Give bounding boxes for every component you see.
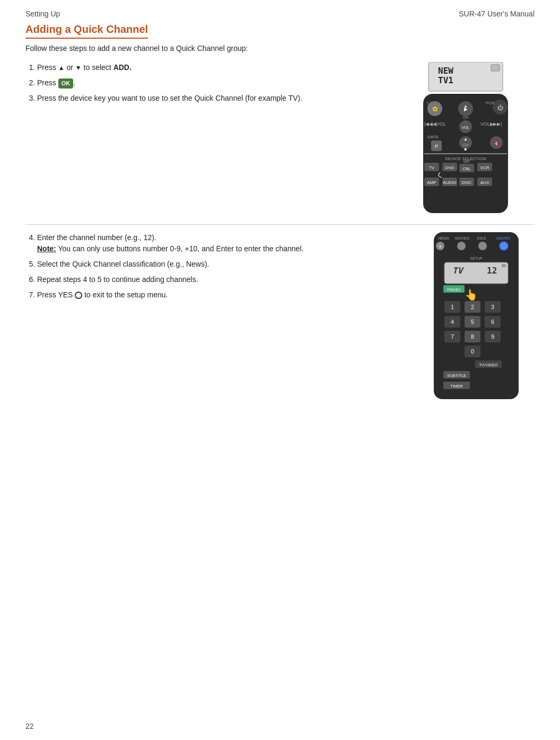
header-right: SUR-47 User's Manual: [459, 10, 535, 18]
svg-text:9: 9: [491, 333, 494, 340]
step-3: Press the device key you want to use to …: [37, 93, 386, 104]
svg-text:TV1: TV1: [438, 75, 453, 85]
svg-text:0: 0: [471, 348, 474, 355]
main-content: Adding a Quick Channel Follow these step…: [0, 23, 560, 402]
svg-text:MACRO: MACRO: [496, 236, 511, 240]
divider: [25, 224, 535, 225]
svg-text:DISC: DISC: [461, 180, 471, 185]
svg-text:3: 3: [491, 304, 494, 310]
svg-text:4: 4: [451, 319, 454, 325]
svg-text:TV: TV: [452, 266, 465, 276]
svg-text:5: 5: [471, 319, 474, 325]
svg-text:✿: ✿: [432, 105, 438, 113]
step-2: Press OK.: [37, 77, 386, 89]
svg-text:8: 8: [471, 333, 474, 340]
page-header: Setting Up SUR-47 User's Manual: [0, 0, 560, 23]
svg-text:◀VOL: ◀VOL: [433, 121, 446, 127]
image-col-1: NEW TV1 LCD POWER ▶ CH ▲ ⏻: [397, 62, 535, 216]
svg-text:SUBTITLE: SUBTITLE: [447, 373, 466, 378]
svg-text:DVD: DVD: [445, 165, 454, 170]
page-number: 22: [25, 722, 34, 730]
steps-list-2: Enter the channel number (e.g., 12). Not…: [25, 232, 407, 301]
step-5: Select the Quick Channel classification …: [37, 259, 407, 270]
svg-text:■: ■: [465, 147, 467, 152]
svg-text:SETUP: SETUP: [470, 257, 483, 260]
svg-text:VOL▶: VOL▶: [480, 121, 494, 127]
image-col-2: NEWS MOVIES KIDS MACRO ✕ SETUP TV 12: [418, 232, 535, 402]
yes-circle-icon: [75, 292, 82, 299]
svg-point-58: [500, 242, 508, 250]
note-label: Note:: [37, 244, 56, 253]
svg-text:|◀◀: |◀◀: [424, 121, 433, 127]
svg-rect-30: [424, 153, 507, 154]
svg-text:▲: ▲: [463, 137, 468, 142]
svg-text:KIDS: KIDS: [477, 236, 486, 240]
svg-text:CH: CH: [463, 143, 468, 147]
svg-text:VOL: VOL: [462, 126, 469, 129]
remote-image-1: NEW TV1 LCD POWER ▶ CH ▲ ⏻: [413, 62, 519, 216]
header-left: Setting Up: [25, 10, 60, 18]
ok-button-label: OK: [58, 78, 74, 89]
svg-text:AUX: AUX: [480, 180, 489, 185]
svg-text:CH: CH: [463, 116, 468, 119]
step-7: Press YES to exit to the setup menu.: [37, 289, 407, 301]
step-1: Press ▲ or ▼ to select ADD.: [37, 62, 386, 73]
steps-col-2: Enter the channel number (e.g., 12). Not…: [25, 232, 407, 402]
svg-text:▶▶|: ▶▶|: [493, 121, 502, 127]
svg-text:▲: ▲: [463, 104, 468, 109]
svg-text:MOVIES: MOVIES: [455, 236, 470, 240]
svg-text:TV: TV: [429, 165, 435, 170]
svg-text:🔇: 🔇: [493, 140, 500, 147]
add-label: ADD.: [113, 63, 132, 72]
svg-text:12: 12: [487, 266, 497, 276]
svg-point-57: [478, 242, 487, 250]
steps-group-2-layout: Enter the channel number (e.g., 12). Not…: [25, 232, 535, 402]
svg-text:SAT: SAT: [463, 160, 470, 163]
steps-list-1: Press ▲ or ▼ to select ADD. Press OK. Pr…: [25, 62, 386, 104]
remote-image-2: NEWS MOVIES KIDS MACRO ✕ SETUP TV 12: [428, 232, 524, 402]
down-arrow: ▼: [75, 64, 82, 72]
svg-text:2: 2: [471, 304, 474, 310]
step-4: Enter the channel number (e.g., 12). Not…: [37, 232, 407, 254]
svg-text:AMP: AMP: [427, 180, 436, 185]
step-6: Repeat steps 4 to 5 to continue adding c…: [37, 274, 407, 285]
svg-text:1: 1: [451, 304, 454, 310]
steps-col-1: Press ▲ or ▼ to select ADD. Press OK. Pr…: [25, 62, 386, 216]
steps-group-1-layout: Press ▲ or ▼ to select ADD. Press OK. Pr…: [25, 62, 535, 216]
svg-text:✕: ✕: [439, 244, 442, 249]
svg-text:⏻: ⏻: [497, 104, 503, 111]
svg-text:AUDIO: AUDIO: [443, 180, 456, 185]
svg-rect-63: [502, 264, 506, 267]
svg-text:PAGE1: PAGE1: [447, 287, 461, 292]
svg-text:NEWS: NEWS: [438, 236, 449, 240]
svg-text:7: 7: [451, 333, 454, 340]
svg-text:6: 6: [491, 319, 494, 325]
svg-text:P: P: [435, 144, 438, 149]
svg-text:NEW: NEW: [438, 66, 453, 76]
svg-rect-3: [491, 65, 500, 71]
intro-text: Follow these steps to add a new channel …: [25, 44, 535, 52]
up-arrow: ▲: [58, 64, 65, 72]
svg-text:CBL: CBL: [462, 166, 471, 171]
page-footer: 22: [25, 722, 34, 730]
svg-text:DATE: DATE: [427, 135, 439, 139]
svg-text:TIMER: TIMER: [450, 384, 463, 389]
svg-text:TV/VIDEO: TV/VIDEO: [479, 363, 497, 367]
svg-text:VCR: VCR: [480, 165, 489, 170]
svg-point-56: [457, 242, 466, 250]
svg-text:👆: 👆: [465, 288, 478, 301]
section-title: Adding a Quick Channel: [25, 23, 148, 39]
